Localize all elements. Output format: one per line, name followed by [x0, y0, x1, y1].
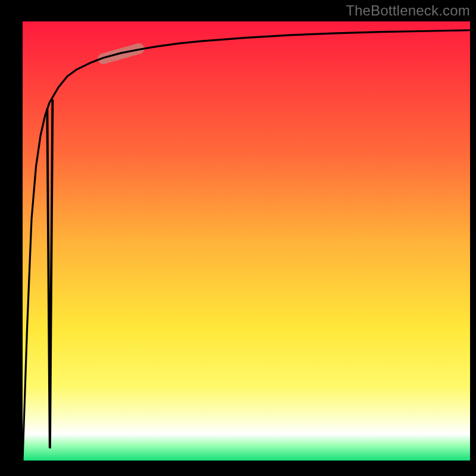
chart-svg: [0, 0, 476, 476]
plot-background: [23, 21, 470, 461]
chart-container: TheBottleneck.com: [0, 0, 476, 476]
watermark-label: TheBottleneck.com: [346, 2, 470, 19]
